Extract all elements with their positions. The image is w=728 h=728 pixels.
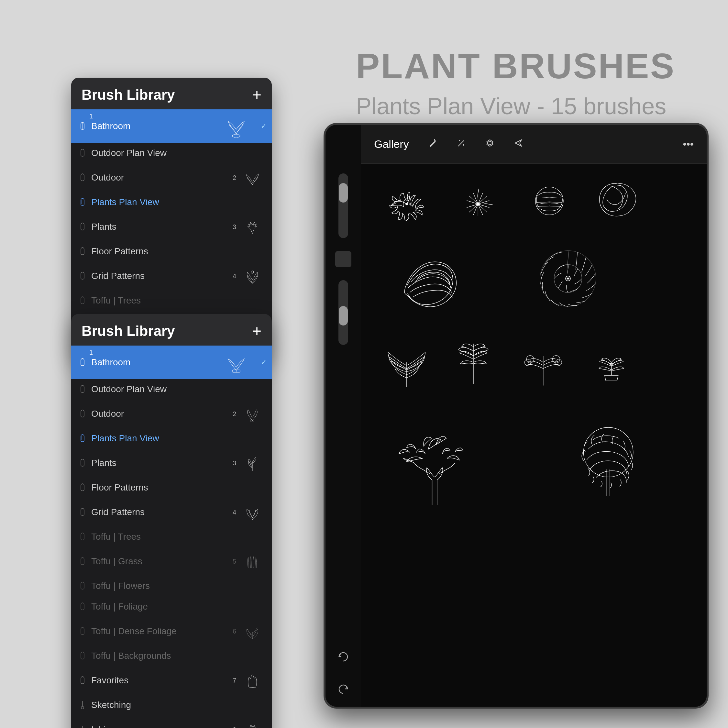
list-item[interactable]: Toffu | Foliage — [71, 596, 272, 617]
list-item[interactable]: Inking 8 — [71, 716, 272, 728]
brush-icon — [78, 674, 87, 686]
brush-label: Outdoor — [91, 408, 232, 419]
brush-label: Toffu | Dense Foliage — [91, 626, 232, 636]
svg-rect-6 — [251, 420, 254, 422]
subtitle-line1: Plants Plan View - 15 brushes — [356, 93, 702, 119]
brush-label: Sketching — [91, 700, 265, 710]
brush-label: Toffu | Foliage — [91, 601, 265, 612]
brush-thumbnail — [239, 503, 265, 522]
brush-label: Floor Patterns — [91, 246, 265, 257]
list-item[interactable]: Bathroom 1 ✓ — [71, 109, 272, 143]
brush-label: Toffu | Backgrounds — [91, 651, 265, 661]
brush-thumbnail — [239, 621, 265, 641]
brush-icon — [78, 724, 87, 728]
svg-point-29 — [525, 359, 531, 365]
gallery-button[interactable]: Gallery — [374, 138, 409, 150]
brush-label: Toffu | Trees — [91, 295, 265, 306]
list-item[interactable]: Outdoor Plan View — [71, 379, 272, 399]
brush-label: Grid Patterns — [91, 507, 232, 517]
svg-point-16 — [406, 203, 408, 205]
list-item[interactable]: Toffu | Dense Foliage 6 — [71, 617, 272, 645]
brush-size-slider[interactable] — [338, 173, 348, 238]
brush-label: Favorites — [91, 675, 232, 686]
brush-icon — [78, 580, 87, 592]
ipad-toolbar: Gallery — [361, 125, 707, 164]
list-item[interactable]: Toffu | Trees — [71, 526, 272, 547]
brush-icon — [78, 295, 87, 306]
brush-icon — [78, 384, 87, 395]
slider-thumb[interactable] — [339, 306, 348, 326]
add-brush-button-bottom[interactable]: + — [252, 323, 262, 339]
list-item[interactable]: Plants Plan View — [71, 192, 272, 213]
layers-icon[interactable] — [485, 138, 494, 150]
svg-point-8 — [81, 706, 84, 709]
list-item[interactable]: Grid Patterns 4 — [71, 262, 272, 290]
brush-label: Plants Plan View — [91, 197, 265, 207]
wand-icon[interactable] — [457, 138, 466, 150]
more-options-button[interactable]: ••• — [683, 138, 694, 150]
svg-point-3 — [251, 271, 254, 274]
list-item[interactable]: Plants 3 — [71, 449, 272, 477]
list-item[interactable]: Floor Patterns — [71, 241, 272, 262]
svg-point-22 — [567, 278, 569, 280]
add-brush-button-top[interactable]: + — [252, 87, 262, 102]
brush-thumbnail — [239, 266, 265, 286]
list-item[interactable]: Toffu | Grass 5 — [71, 547, 272, 576]
list-item[interactable]: Sketching — [71, 695, 272, 716]
brush-thumbnail — [239, 453, 265, 473]
list-item[interactable]: Toffu | Flowers — [71, 576, 272, 596]
brush-label: Plants — [91, 458, 232, 468]
list-item[interactable]: Toffu | Trees — [71, 290, 272, 311]
brush-icon — [78, 356, 87, 368]
list-item[interactable]: Favorites 7 — [71, 666, 272, 695]
color-swatch[interactable] — [335, 251, 352, 267]
undo-button[interactable] — [335, 648, 352, 665]
ipad-canvas — [361, 164, 707, 707]
svg-point-18 — [535, 187, 563, 215]
brush-icon — [78, 531, 87, 543]
brush-thumbnail — [239, 671, 265, 690]
brush-thumbnail-selected — [207, 114, 265, 138]
brush-panel-title-bottom: Brush Library — [81, 323, 175, 339]
brush-thumbnail — [239, 720, 265, 728]
opacity-slider[interactable] — [338, 280, 348, 345]
list-item[interactable]: Outdoor 2 — [71, 164, 272, 192]
brush-label: Toffu | Flowers — [91, 581, 265, 591]
list-item[interactable]: Plants Plan View — [71, 428, 272, 449]
svg-point-10 — [430, 145, 431, 147]
list-item[interactable]: Plants 3 — [71, 213, 272, 241]
brush-icon — [78, 482, 87, 493]
brush-thumbnail — [239, 217, 265, 237]
brush-icon — [78, 555, 87, 567]
brush-icon — [78, 433, 87, 444]
brush-label: Bathroom — [91, 121, 207, 132]
brush-icon — [78, 246, 87, 257]
brush-label: Outdoor Plan View — [91, 384, 265, 395]
list-item[interactable]: Outdoor Plan View — [71, 143, 272, 164]
slider-thumb[interactable] — [339, 183, 348, 203]
wrench-icon[interactable] — [428, 138, 437, 150]
brush-icon — [78, 172, 87, 184]
list-item[interactable]: Outdoor 2 — [71, 399, 272, 428]
svg-point-17 — [477, 203, 480, 206]
brush-icon — [78, 196, 87, 208]
list-item[interactable]: Floor Patterns — [71, 477, 272, 498]
ipad: Gallery — [324, 123, 708, 708]
ipad-left-bar — [326, 125, 361, 707]
brush-icon — [78, 408, 87, 420]
brush-icon — [78, 457, 87, 469]
brush-label: Grid Patterns — [91, 271, 232, 281]
brush-thumbnail — [239, 168, 265, 187]
brush-label: Inking — [91, 725, 232, 728]
list-item[interactable]: Bathroom 1 ✓ — [71, 346, 272, 379]
brush-icon — [78, 626, 87, 637]
brush-icon — [78, 699, 87, 711]
brush-icon — [78, 221, 87, 232]
brush-thumbnail — [239, 552, 265, 571]
move-icon[interactable] — [514, 138, 523, 150]
list-item[interactable]: Toffu | Backgrounds — [71, 645, 272, 666]
brush-label: Plants Plan View — [91, 433, 265, 444]
list-item[interactable]: Grid Patterns 4 — [71, 498, 272, 526]
brush-thumbnail-selected — [207, 350, 265, 374]
redo-button[interactable] — [335, 681, 352, 697]
